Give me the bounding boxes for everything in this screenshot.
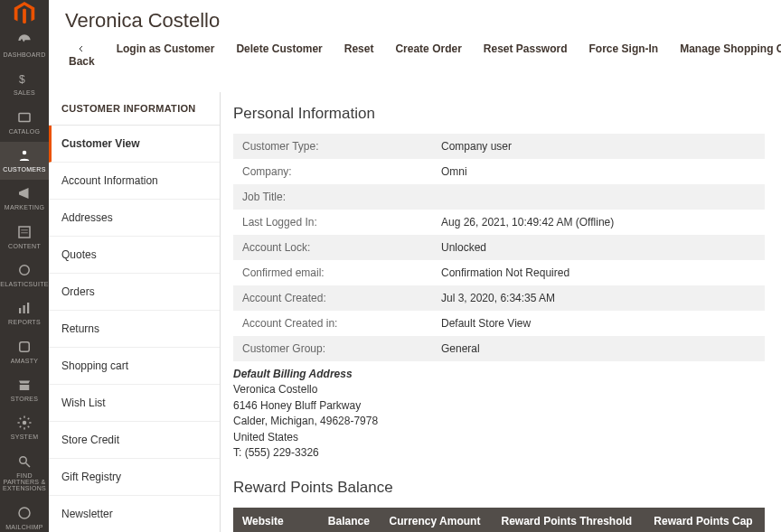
action-bar: Back Login as Customer Delete Customer R… (49, 36, 781, 89)
login-as-customer-button[interactable]: Login as Customer (106, 36, 226, 79)
page-title: Veronica Costello (49, 0, 781, 36)
address-line: T: (555) 229-3326 (233, 445, 765, 461)
field-value: Jul 3, 2020, 6:34:35 AM (432, 285, 765, 311)
sidebar-tab-customer-view[interactable]: Customer View (49, 126, 220, 163)
delete-label: Delete Customer (236, 43, 322, 56)
sidebar-tab-newsletter[interactable]: Newsletter (49, 496, 220, 532)
sidebar-tab-returns[interactable]: Returns (49, 311, 220, 348)
elasticsuite-icon (16, 262, 33, 278)
reset-password-button[interactable]: Reset Password (473, 36, 579, 79)
sidebar-heading: CUSTOMER INFORMATION (49, 92, 220, 126)
nav-label: CONTENT (8, 243, 41, 249)
main-content: Personal Information Customer Type:Compa… (221, 92, 781, 532)
back-label: Back (69, 56, 95, 69)
dashboard-icon (16, 33, 33, 49)
reports-icon (16, 300, 33, 316)
svg-rect-9 (27, 303, 29, 313)
address-line: United States (233, 430, 765, 445)
back-button[interactable]: Back (58, 36, 106, 79)
nav-label: AMASTY (11, 358, 39, 364)
svg-rect-10 (20, 342, 30, 352)
field-value: General (432, 336, 765, 361)
nav-label: CATALOG (9, 128, 41, 135)
reward-col-header: Website (233, 508, 319, 532)
reward-col-header: Reward Points Cap (645, 508, 765, 532)
field-label: Job Title: (233, 184, 432, 210)
nav-item-partners[interactable]: FIND PARTNERS & EXTENSIONS (0, 448, 49, 499)
svg-point-6 (20, 266, 30, 275)
reward-points-heading: Reward Points Balance (233, 479, 765, 497)
svg-line-13 (26, 462, 31, 467)
personal-info-row: Account Lock:Unlocked (233, 235, 765, 260)
sidebar-tab-gift-registry[interactable]: Gift Registry (49, 459, 220, 496)
field-value: Aug 26, 2021, 10:49:42 AM (Offline) (432, 210, 765, 235)
billing-title: Default Billing Address (233, 367, 765, 382)
default-billing-address: Default Billing Address Veronica Costell… (233, 367, 765, 461)
reward-col-header: Balance (319, 508, 381, 532)
field-value: Omni (432, 159, 765, 184)
delete-customer-button[interactable]: Delete Customer (225, 36, 333, 79)
nav-label: REPORTS (8, 319, 41, 325)
nav-item-amasty[interactable]: AMASTY (0, 333, 49, 371)
manage-cart-button[interactable]: Manage Shopping Cart (669, 36, 781, 79)
svg-point-11 (23, 421, 27, 425)
create-order-button[interactable]: Create Order (384, 36, 472, 79)
personal-info-row: Job Title: (233, 184, 765, 210)
svg-point-12 (20, 457, 27, 464)
field-value: Unlocked (432, 235, 765, 260)
nav-item-customers[interactable]: CUSTOMERS (0, 142, 49, 180)
system-icon (16, 415, 33, 431)
nav-label: MARKETING (5, 204, 44, 210)
nav-label: MAILCHIMP (5, 524, 43, 530)
nav-item-reports[interactable]: REPORTS (0, 294, 49, 332)
field-label: Account Created: (233, 285, 432, 311)
sidebar-tab-account-information[interactable]: Account Information (49, 163, 220, 200)
amasty-icon (16, 339, 33, 355)
manage-cart-label: Manage Shopping Cart (680, 43, 781, 56)
svg-rect-1 (19, 113, 30, 121)
nav-item-dashboard[interactable]: DASHBOARD (0, 27, 49, 65)
nav-item-elasticsuite[interactable]: ELASTICSUITE (0, 257, 49, 294)
reward-col-header: Currency Amount (381, 508, 493, 532)
nav-item-system[interactable]: SYSTEM (0, 409, 49, 447)
svg-text:$: $ (19, 73, 25, 86)
nav-item-content[interactable]: CONTENT (0, 219, 49, 257)
field-value (432, 184, 765, 210)
reset-password-label: Reset Password (484, 43, 568, 56)
force-signin-button[interactable]: Force Sign-In (579, 36, 670, 79)
address-line: Veronica Costello (233, 382, 765, 397)
sidebar-tab-store-credit[interactable]: Store Credit (49, 422, 220, 459)
nav-label: SALES (14, 89, 35, 96)
sidebar-tab-shopping-cart[interactable]: Shopping cart (49, 348, 220, 385)
customers-icon (16, 147, 33, 163)
nav-item-mailchimp[interactable]: MAILCHIMP (0, 499, 49, 532)
stores-icon (16, 377, 33, 393)
nav-item-catalog[interactable]: CATALOG (0, 104, 49, 142)
arrow-left-icon (76, 43, 87, 54)
personal-info-row: Last Logged In:Aug 26, 2021, 10:49:42 AM… (233, 210, 765, 235)
nav-item-sales[interactable]: $SALES (0, 65, 49, 103)
sidebar-tab-wish-list[interactable]: Wish List (49, 385, 220, 422)
nav-item-stores[interactable]: STORES (0, 371, 49, 409)
field-label: Account Created in: (233, 311, 432, 336)
svg-rect-7 (19, 308, 21, 313)
sidebar-tab-addresses[interactable]: Addresses (49, 200, 220, 237)
sidebar-list: Customer ViewAccount InformationAddresse… (49, 126, 220, 532)
field-label: Customer Group: (233, 336, 432, 361)
svg-point-2 (23, 151, 27, 155)
reset-button[interactable]: Reset (334, 36, 385, 79)
page: Veronica Costello Back Login as Customer… (49, 0, 781, 532)
reset-label: Reset (344, 43, 374, 56)
mailchimp-icon (16, 505, 33, 521)
magento-icon (11, 0, 38, 27)
magento-logo[interactable] (0, 0, 49, 27)
sidebar-tab-quotes[interactable]: Quotes (49, 237, 220, 274)
sidebar-tab-orders[interactable]: Orders (49, 274, 220, 311)
personal-info-heading: Personal Information (233, 105, 765, 123)
personal-info-row: Account Created in:Default Store View (233, 311, 765, 336)
sales-icon: $ (16, 70, 33, 87)
nav-item-marketing[interactable]: MARKETING (0, 180, 49, 218)
login-as-label: Login as Customer (117, 43, 215, 56)
field-value: Confirmation Not Required (432, 260, 765, 285)
nav-label: STORES (11, 396, 38, 402)
